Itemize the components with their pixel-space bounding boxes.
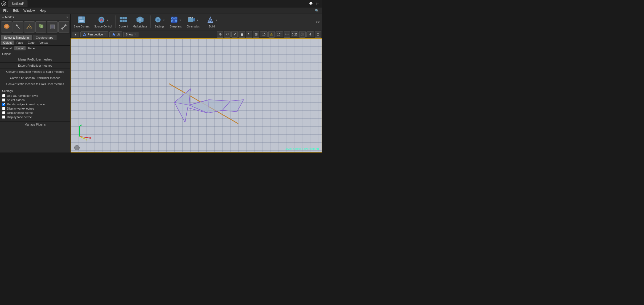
mode-paint-btn[interactable]	[13, 21, 23, 33]
tab-create-shape[interactable]: Create shape	[33, 35, 56, 40]
cam-speed-value[interactable]: 4	[306, 31, 314, 37]
search-icon[interactable]: 🔍	[315, 9, 321, 13]
build-label: Build	[209, 25, 215, 28]
source-control-btn[interactable]: ▼ Source Control	[92, 14, 114, 29]
svg-text:Z: Z	[80, 123, 82, 126]
main-toolbar: Save Current ▼ Source Control	[71, 14, 322, 30]
svg-rect-45	[188, 18, 193, 22]
grid-size-value[interactable]: 10	[260, 31, 268, 37]
subtab-object[interactable]: Object	[1, 41, 14, 45]
checkbox-select-hidden-input[interactable]	[2, 98, 5, 102]
checkbox-ue-nav-label: Use UE navigation style	[7, 94, 38, 97]
snap-icon-btn[interactable]: ⟷	[284, 31, 290, 38]
title-tab[interactable]: Untitled*	[9, 1, 27, 7]
checkbox-edge-octree-input[interactable]	[2, 111, 5, 114]
mode-mesh-btn[interactable]	[47, 21, 58, 33]
marketplace-btn[interactable]: Marketplace	[131, 14, 149, 29]
svg-point-5	[16, 25, 18, 26]
content-icon	[119, 16, 127, 25]
svg-text:Y: Y	[86, 138, 87, 141]
tab-select-transform[interactable]: Select & Transform	[1, 35, 32, 40]
snap-value[interactable]: 0.25	[291, 31, 298, 37]
tabs-row: Select & Transform Create shape	[0, 34, 70, 40]
perspective-icon	[83, 33, 87, 36]
convert-to-static-btn[interactable]: Convert ProBuilder meshes to static mesh…	[0, 69, 70, 75]
modes-close-button[interactable]: ×	[67, 15, 68, 19]
cinematics-btn[interactable]: ▼ Cinematics	[184, 14, 202, 29]
menu-file[interactable]: File	[1, 8, 10, 13]
mode-wrench-btn[interactable]	[58, 21, 69, 33]
object-section-label: Object	[0, 51, 70, 57]
grid-icon-btn[interactable]: ⊞	[253, 31, 259, 38]
marketplace-icon	[136, 16, 144, 25]
scale-icon-btn[interactable]: ⤢	[231, 31, 238, 38]
subtab-edge[interactable]: Edge	[26, 41, 37, 45]
content-btn[interactable]: Content	[117, 14, 130, 29]
mode-landscape-btn[interactable]	[24, 21, 35, 33]
svg-rect-49	[192, 17, 193, 18]
checkbox-render-edges-input[interactable]	[2, 103, 5, 106]
convert-static-to-pb-btn[interactable]: Convert static meshes to ProBuilder mesh…	[0, 81, 70, 87]
perspective-btn[interactable]: Perspective ▼	[80, 31, 108, 37]
subtab-face[interactable]: Face	[14, 41, 25, 45]
settings-arrow: ▼	[163, 19, 165, 22]
lit-btn[interactable]: Lit	[109, 31, 122, 37]
coord-face[interactable]: Face	[26, 46, 37, 50]
vp-right-controls: ⊕ ↺ ⤢ ◼ ↻ ⊞ 10 ⚠ 10° ⟷ 0.25 🎥 4 ⊡	[217, 31, 321, 38]
source-control-label: Source Control	[94, 25, 112, 28]
marketplace-label: Marketplace	[133, 25, 147, 28]
checkbox-ue-nav-input[interactable]	[2, 94, 5, 97]
camera-icon-btn[interactable]: ↻	[246, 31, 252, 38]
checkbox-render-edges-label: Render edges in world space	[7, 103, 45, 106]
svg-rect-29	[125, 20, 127, 22]
transform-icon-btn[interactable]: ⊕	[217, 31, 223, 38]
blueprints-btn[interactable]: ▼ Blueprints	[168, 14, 184, 29]
toolbar-expand-btn[interactable]: >>	[315, 19, 321, 25]
export-meshes-btn[interactable]: Export ProBuilder meshes	[0, 63, 70, 69]
manage-plugins-btn[interactable]: Manage Plugins	[0, 121, 70, 127]
lit-label: Lit	[117, 33, 120, 36]
title-bar: U Untitled* 💬 🏳	[0, 0, 322, 7]
menu-help[interactable]: Help	[38, 8, 48, 13]
show-btn[interactable]: Show ▼	[123, 32, 138, 37]
content-label: Content	[119, 25, 128, 28]
settings-icon	[154, 16, 162, 25]
sub-tabs: Object Face Edge Vertex	[0, 40, 70, 46]
mode-foliage-btn[interactable]	[35, 21, 46, 33]
build-btn[interactable]: ▼ Build	[204, 14, 220, 29]
coord-global[interactable]: Global	[1, 46, 14, 50]
viewport-dropdown-btn[interactable]: ▼	[72, 32, 79, 37]
menu-window[interactable]: Window	[21, 8, 37, 13]
checkbox-ue-nav: Use UE navigation style	[2, 94, 68, 98]
world-icon-btn[interactable]: ◼	[239, 31, 245, 38]
coord-local[interactable]: Local	[14, 46, 26, 50]
svg-rect-24	[120, 17, 122, 19]
checkbox-face-octree-label: Display face octree	[7, 115, 32, 119]
perspective-arrow-icon: ▼	[104, 33, 106, 35]
blueprints-icon	[170, 16, 178, 25]
cam-speed-icon[interactable]: 🎥	[299, 31, 306, 38]
angle-value[interactable]: 10°	[276, 31, 283, 37]
flag-icon[interactable]: 🏳	[315, 1, 320, 6]
save-current-btn[interactable]: Save Current	[72, 14, 92, 29]
viewport-3d[interactable]: Z X Y ⊙ Level: Untitled (Persistent)	[71, 38, 322, 152]
level-label: Level:	[285, 147, 292, 150]
coord-tabs: Global Local Face	[0, 46, 70, 51]
subtab-vertex[interactable]: Vertex	[37, 41, 50, 45]
axes-indicator: Z X Y	[74, 123, 93, 141]
checkbox-vertex-octree-label: Display vertex octree	[7, 107, 34, 110]
show-arrow-icon: ▼	[134, 33, 136, 35]
chat-icon[interactable]: 💬	[308, 1, 314, 6]
convert-brushes-btn[interactable]: Convert brushes to ProBuilder meshes	[0, 75, 70, 81]
modes-label: Modes	[5, 15, 14, 19]
svg-marker-6	[27, 25, 32, 29]
rotate-icon-btn[interactable]: ↺	[224, 31, 231, 38]
maximize-btn[interactable]: ⊡	[315, 31, 321, 38]
menu-edit[interactable]: Edit	[11, 8, 21, 13]
mode-select-btn[interactable]	[1, 21, 12, 33]
settings-btn[interactable]: ▼ Settings	[152, 14, 167, 29]
checkbox-face-octree-input[interactable]	[2, 115, 5, 119]
merge-meshes-btn[interactable]: Merge ProBuilder meshes	[0, 57, 70, 63]
checkbox-vertex-octree-input[interactable]	[2, 107, 5, 110]
left-panel: ⟐ Modes ×	[0, 14, 71, 152]
